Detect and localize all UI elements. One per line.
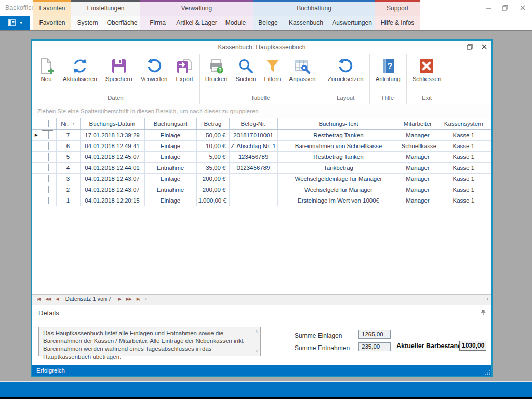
column-header-nr[interactable]: Nr.▼ [56,118,80,129]
row-checkbox-cell[interactable] [41,129,56,140]
button-label: Speichern [105,76,132,82]
cell-nr: 7 [56,129,80,140]
menu-item-module[interactable]: Module [218,16,253,30]
group-by-panel[interactable]: Ziehen Sie eine Spaltenüberschrift in di… [32,104,491,118]
menu-item-hilfe-infos[interactable]: Hilfe & Infos [375,16,420,30]
column-header-mitarbeiter[interactable]: Mitarbeiter [400,118,436,129]
pin-icon[interactable] [480,309,486,315]
drucken-button[interactable]: ? Drucken [201,54,232,82]
column-header-betrag[interactable]: Betrag [196,118,229,129]
window-maximize-button[interactable] [467,43,473,52]
anleitung-button[interactable]: ? Anleitung [371,54,405,82]
table-row[interactable]: 2 04.01.2018 12:43:07 Entnahme 200,00 € … [32,184,491,195]
window-close-button[interactable] [481,43,487,52]
cell-text: Bareinnahmen von Schnellkasse [277,140,400,151]
row-checkbox-cell[interactable] [41,151,56,162]
scroll-left-icon[interactable]: ‹ [142,297,149,301]
menu-item-favoriten[interactable]: Favoriten [33,16,71,30]
aktualisieren-button[interactable]: Aktualisieren [59,54,101,82]
row-checkbox[interactable] [48,153,49,161]
summe-entnahmen-field[interactable]: 235,00 [358,342,391,351]
row-checkbox-cell[interactable] [41,140,56,151]
restore-button[interactable] [497,0,514,16]
description-box: Das Hauptkassenbuch listet alle Einlagen… [38,327,261,356]
summe-einlagen-label: Summe Einlagen [295,332,342,339]
ribbon-group-hilfe: ? Anleitung Hilfe [370,54,407,104]
menu-item-belege[interactable]: Belege [253,16,283,30]
scroll-right-icon[interactable]: › [486,295,488,302]
column-header-beleg[interactable]: Beleg-Nr. [229,118,277,129]
column-header-datum[interactable]: Buchungs-Datum [80,118,144,129]
schliessen-button[interactable]: Schliessen [408,54,446,82]
menu-item-system[interactable]: System [71,16,104,30]
menu-item-firma[interactable]: Firma [140,16,175,30]
details-panel: Details Das Hauptkassenbuch listet alle … [32,305,491,365]
menu-item-kassenbuch[interactable]: Kassenbuch [283,16,329,30]
speichern-button[interactable]: Speichern [101,54,137,82]
close-button[interactable] [514,0,531,16]
menu-item-oberflaeche[interactable]: Oberfläche [104,16,140,30]
select-all-header[interactable] [41,118,56,129]
suchen-button[interactable]: Suchen [232,54,260,82]
zuruecksetzen-button[interactable]: Zurücksetzen [324,54,368,82]
table-row[interactable]: 5 04.01.2018 12:45:07 Einlage 5,00 € 123… [32,151,491,162]
menu-item-artikel-lager[interactable]: Artikel & Lager [175,16,218,30]
scroll-down-icon[interactable]: ∨ [255,348,258,354]
tab-favoriten[interactable]: Favoriten [33,0,71,16]
row-indicator [32,184,41,195]
table-row[interactable]: 1 04.01.2018 12:20:15 Einlage 1.000,00 €… [32,195,491,206]
row-checkbox-cell[interactable] [41,173,56,184]
table-row[interactable]: 3 04.01.2018 12:43:07 Einlage 200,00 € W… [32,173,491,184]
ribbon-group-label: Layout [324,92,368,104]
button-label: Drucken [205,76,228,82]
tab-einstellungen[interactable]: Einstellungen [71,0,140,16]
verwerfen-button[interactable]: Verwerfen [137,54,172,82]
row-checkbox-cell[interactable] [41,184,56,195]
close-icon [520,5,526,11]
app-menu-button[interactable]: ▾ [0,16,30,30]
prev-page-button[interactable]: ◀◀ [43,297,53,301]
row-checkbox[interactable] [48,164,49,171]
new-document-icon [38,58,55,74]
cell-betrag: 200,00 € [196,184,229,195]
minimize-button[interactable] [480,0,497,16]
column-header-kasse[interactable]: Kassensystem [436,118,491,129]
barbestand-field[interactable]: 1030,00 [459,341,486,351]
window-title-bar[interactable]: Kassenbuch: Hauptkassenbuch [32,41,491,54]
next-record-button[interactable]: ▶ [115,297,123,301]
scroll-up-icon[interactable]: ∧ [255,329,258,335]
menu-item-auswertungen[interactable]: Auswertungen [329,16,375,30]
last-record-button[interactable]: ▶| [134,297,142,301]
row-checkbox-cell[interactable] [41,195,56,206]
export-button[interactable]: Export [171,54,197,82]
table-row[interactable]: ▶ 7 17.01.2018 13:39:29 Einlage 50,00 € … [32,129,491,140]
tab-support[interactable]: Support [375,0,420,16]
table-row[interactable]: 6 04.01.2018 12:49:41 Einlage 10,00 € Z-… [32,140,491,151]
column-header-text[interactable]: Buchungs-Text [277,118,400,129]
column-header-art[interactable]: Buchungsart [144,118,196,129]
cell-art: Einlage [144,151,196,162]
row-checkbox-cell[interactable] [41,162,56,173]
filtern-button[interactable]: Filtern [260,54,285,82]
next-page-button[interactable]: ▶▶ [124,297,134,301]
resize-grip[interactable] [485,370,490,375]
row-checkbox[interactable] [48,186,49,193]
row-checkbox[interactable] [48,197,49,204]
cell-art: Einlage [144,129,196,140]
cell-art: Einlage [144,140,196,151]
first-record-button[interactable]: |◀ [34,297,43,301]
table-row[interactable]: 4 04.01.2018 12:44:01 Entnahme 35,00 € 0… [32,162,491,173]
neu-button[interactable]: Neu [34,54,59,82]
header-checkbox[interactable] [48,120,49,127]
row-checkbox[interactable] [48,175,49,182]
cell-mitarbeiter: Schnellkasse [400,140,436,151]
row-checkbox[interactable] [48,142,49,150]
summe-einlagen-field[interactable]: 1265,00 [358,330,391,339]
tab-verwaltung[interactable]: Verwaltung [140,0,253,16]
prev-record-button[interactable]: ◀ [54,297,61,301]
tab-buchhaltung[interactable]: Buchhaltung [253,0,375,16]
button-label: Suchen [236,76,256,82]
row-checkbox[interactable] [48,131,49,139]
anpassen-button[interactable]: Anpassen [285,54,320,82]
column-label: Buchungsart [154,121,188,127]
